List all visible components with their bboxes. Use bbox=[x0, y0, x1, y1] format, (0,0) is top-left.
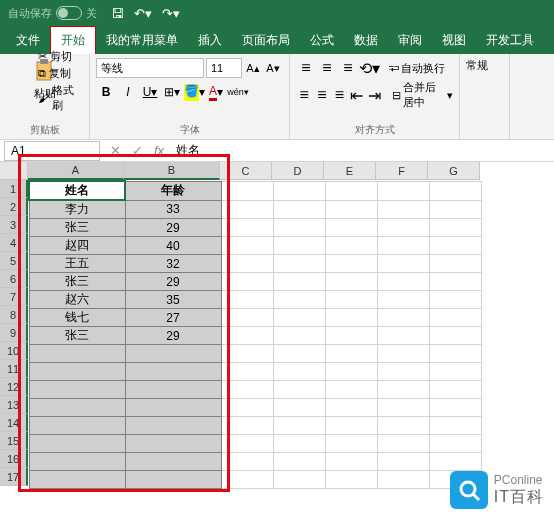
spreadsheet-grid[interactable]: 姓名年龄李力33张三29赵四40王五32张三29赵六35钱七27张三29 bbox=[28, 180, 482, 489]
cell-A7[interactable]: 赵六 bbox=[29, 291, 125, 309]
format-painter-button[interactable]: 🖌格式刷 bbox=[38, 83, 83, 113]
cell-F17[interactable] bbox=[377, 471, 429, 489]
cell-C2[interactable] bbox=[221, 200, 273, 219]
cell-C15[interactable] bbox=[221, 435, 273, 453]
row-header-1[interactable]: 1 bbox=[0, 180, 28, 198]
cell-F8[interactable] bbox=[377, 309, 429, 327]
cell-E3[interactable] bbox=[325, 219, 377, 237]
cell-C11[interactable] bbox=[221, 363, 273, 381]
cell-C13[interactable] bbox=[221, 399, 273, 417]
cell-G16[interactable] bbox=[429, 453, 481, 471]
cell-A1[interactable]: 姓名 bbox=[29, 181, 125, 200]
tab-视图[interactable]: 视图 bbox=[432, 27, 476, 54]
cell-D8[interactable] bbox=[273, 309, 325, 327]
row-header-2[interactable]: 2 bbox=[0, 198, 28, 216]
cell-G10[interactable] bbox=[429, 345, 481, 363]
cell-F14[interactable] bbox=[377, 417, 429, 435]
cell-B11[interactable] bbox=[125, 363, 221, 381]
cell-A8[interactable]: 钱七 bbox=[29, 309, 125, 327]
cell-E7[interactable] bbox=[325, 291, 377, 309]
row-header-7[interactable]: 7 bbox=[0, 288, 28, 306]
cell-C16[interactable] bbox=[221, 453, 273, 471]
cell-C17[interactable] bbox=[221, 471, 273, 489]
cell-A10[interactable] bbox=[29, 345, 125, 363]
row-header-11[interactable]: 11 bbox=[0, 360, 28, 378]
cell-A6[interactable]: 张三 bbox=[29, 273, 125, 291]
decrease-indent-button[interactable]: ⇤ bbox=[349, 85, 366, 105]
font-color-button[interactable]: A▾ bbox=[206, 82, 226, 102]
copy-button[interactable]: ⧉复制 bbox=[38, 66, 83, 81]
cell-A5[interactable]: 王五 bbox=[29, 255, 125, 273]
row-header-14[interactable]: 14 bbox=[0, 414, 28, 432]
col-header-G[interactable]: G bbox=[428, 162, 480, 180]
row-header-9[interactable]: 9 bbox=[0, 324, 28, 342]
cell-F10[interactable] bbox=[377, 345, 429, 363]
cell-B2[interactable]: 33 bbox=[125, 200, 221, 219]
cell-B9[interactable]: 29 bbox=[125, 327, 221, 345]
cell-E14[interactable] bbox=[325, 417, 377, 435]
cell-F6[interactable] bbox=[377, 273, 429, 291]
cell-G11[interactable] bbox=[429, 363, 481, 381]
cell-F7[interactable] bbox=[377, 291, 429, 309]
bold-button[interactable]: B bbox=[96, 82, 116, 102]
cell-G13[interactable] bbox=[429, 399, 481, 417]
cell-E11[interactable] bbox=[325, 363, 377, 381]
cell-A13[interactable] bbox=[29, 399, 125, 417]
align-bottom-button[interactable]: ≡ bbox=[338, 58, 358, 78]
row-header-6[interactable]: 6 bbox=[0, 270, 28, 288]
cell-E5[interactable] bbox=[325, 255, 377, 273]
cell-A15[interactable] bbox=[29, 435, 125, 453]
cell-C9[interactable] bbox=[221, 327, 273, 345]
cell-D16[interactable] bbox=[273, 453, 325, 471]
cell-C4[interactable] bbox=[221, 237, 273, 255]
accept-formula-icon[interactable]: ✓ bbox=[126, 141, 148, 161]
align-left-button[interactable]: ≡ bbox=[296, 85, 313, 105]
cell-D9[interactable] bbox=[273, 327, 325, 345]
name-box[interactable] bbox=[4, 141, 100, 161]
row-header-12[interactable]: 12 bbox=[0, 378, 28, 396]
cell-G12[interactable] bbox=[429, 381, 481, 399]
row-header-13[interactable]: 13 bbox=[0, 396, 28, 414]
cancel-formula-icon[interactable]: ✕ bbox=[104, 141, 126, 161]
row-header-3[interactable]: 3 bbox=[0, 216, 28, 234]
cell-C5[interactable] bbox=[221, 255, 273, 273]
cell-G4[interactable] bbox=[429, 237, 481, 255]
align-right-button[interactable]: ≡ bbox=[331, 85, 348, 105]
cell-B15[interactable] bbox=[125, 435, 221, 453]
cell-A11[interactable] bbox=[29, 363, 125, 381]
cell-G15[interactable] bbox=[429, 435, 481, 453]
cell-G14[interactable] bbox=[429, 417, 481, 435]
tab-公式[interactable]: 公式 bbox=[300, 27, 344, 54]
tab-审阅[interactable]: 审阅 bbox=[388, 27, 432, 54]
cell-E16[interactable] bbox=[325, 453, 377, 471]
cell-G5[interactable] bbox=[429, 255, 481, 273]
undo-icon[interactable]: ↶▾ bbox=[134, 6, 152, 21]
cell-F5[interactable] bbox=[377, 255, 429, 273]
cell-F2[interactable] bbox=[377, 200, 429, 219]
cell-D5[interactable] bbox=[273, 255, 325, 273]
row-header-17[interactable]: 17 bbox=[0, 468, 28, 486]
cell-E10[interactable] bbox=[325, 345, 377, 363]
cell-B14[interactable] bbox=[125, 417, 221, 435]
row-header-4[interactable]: 4 bbox=[0, 234, 28, 252]
cell-B6[interactable]: 29 bbox=[125, 273, 221, 291]
cell-D10[interactable] bbox=[273, 345, 325, 363]
col-header-C[interactable]: C bbox=[220, 162, 272, 180]
cell-B16[interactable] bbox=[125, 453, 221, 471]
cell-D13[interactable] bbox=[273, 399, 325, 417]
col-header-F[interactable]: F bbox=[376, 162, 428, 180]
fx-icon[interactable]: fx bbox=[148, 141, 170, 161]
cell-E4[interactable] bbox=[325, 237, 377, 255]
cell-A12[interactable] bbox=[29, 381, 125, 399]
cell-E17[interactable] bbox=[325, 471, 377, 489]
cell-G8[interactable] bbox=[429, 309, 481, 327]
cell-F15[interactable] bbox=[377, 435, 429, 453]
decrease-font-button[interactable]: A▾ bbox=[264, 58, 282, 78]
wrap-text-button[interactable]: ⮒自动换行 bbox=[388, 61, 445, 76]
cell-D6[interactable] bbox=[273, 273, 325, 291]
select-all-cell[interactable] bbox=[0, 162, 28, 180]
cell-D14[interactable] bbox=[273, 417, 325, 435]
number-format-label[interactable]: 常规 bbox=[466, 58, 503, 73]
cell-G6[interactable] bbox=[429, 273, 481, 291]
cell-B3[interactable]: 29 bbox=[125, 219, 221, 237]
